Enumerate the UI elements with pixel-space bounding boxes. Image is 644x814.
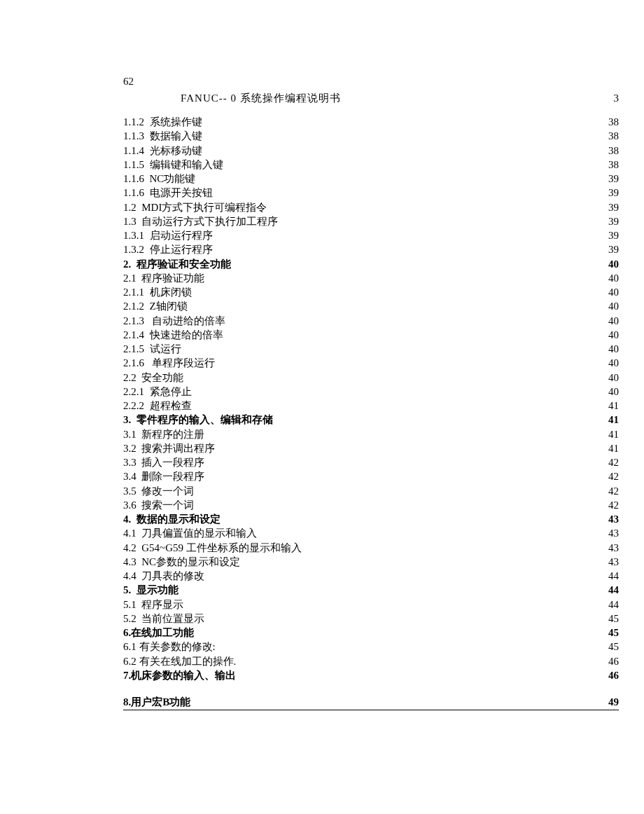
toc-entry: 3.5 修改一个词42 xyxy=(123,484,619,498)
toc-label: 4.4 刀具表的修改 xyxy=(123,569,204,583)
toc-entry: 3.4 删除一段程序42 xyxy=(123,469,619,483)
toc-page-number: 45 xyxy=(602,626,619,640)
toc-label: 2.1.6 单程序段运行 xyxy=(123,356,215,370)
toc-label: 4.3 NC参数的显示和设定 xyxy=(123,555,240,569)
toc-page-number: 43 xyxy=(602,512,619,526)
toc-page-number: 46 xyxy=(602,654,619,668)
toc-entry: 4. 数据的显示和设定43 xyxy=(123,512,619,526)
toc-label: 6.在线加工功能 xyxy=(123,626,194,640)
toc-label: 3.1 新程序的注册 xyxy=(123,427,204,441)
toc-entry: 2.1.2 Z轴闭锁40 xyxy=(123,299,619,313)
toc-label: 1.1.6 NC功能键 xyxy=(123,172,195,186)
toc-label: 2.1.2 Z轴闭锁 xyxy=(123,299,188,313)
toc-page-number: 39 xyxy=(602,214,619,228)
toc-page-number: 40 xyxy=(602,342,619,356)
toc-label: 1.1.2 系统操作键 xyxy=(123,115,202,129)
toc-entry: 2.1.6 单程序段运行40 xyxy=(123,356,619,370)
toc-page-number: 39 xyxy=(602,228,619,242)
toc-page-number: 38 xyxy=(602,115,619,129)
toc-entry: 5. 显示功能44 xyxy=(123,583,619,597)
spacer xyxy=(123,682,619,695)
document-page: 62 FANUC-- 0 系统操作编程说明书 3 1.1.2 系统操作键381.… xyxy=(0,0,644,710)
toc-entry: 3.1 新程序的注册41 xyxy=(123,427,619,441)
toc-page-number: 43 xyxy=(602,526,619,540)
toc-page-number: 39 xyxy=(602,186,619,200)
toc-entry: 1.1.4 光标移动键38 xyxy=(123,144,619,158)
toc-label: 1.3.2 停止运行程序 xyxy=(123,242,213,256)
toc-entry: 6.2 有关在线加工的操作.46 xyxy=(123,654,619,668)
toc-entry: 4.2 G54~G59 工件坐标系的显示和输入43 xyxy=(123,541,619,555)
toc-label: 3.2 搜索并调出程序 xyxy=(123,441,215,455)
toc-label: 2.1.4 快速进给的倍率 xyxy=(123,328,223,342)
toc-label: 2.2 安全功能 xyxy=(123,371,183,385)
toc-page-number: 43 xyxy=(602,541,619,555)
toc-label: 5. 显示功能 xyxy=(123,583,178,597)
toc-label: 2.2.2 超程检查 xyxy=(123,399,192,413)
toc-label: 8.用户宏B功能 xyxy=(123,695,190,709)
toc-entry: 1.1.6 电源开关按钮39 xyxy=(123,186,619,200)
toc-entry: 5.1 程序显示44 xyxy=(123,598,619,612)
toc-page-number: 45 xyxy=(602,612,619,626)
toc-page-number: 44 xyxy=(602,569,619,583)
toc-page-number: 42 xyxy=(602,455,619,469)
toc-page-number: 40 xyxy=(602,271,619,285)
toc-page-number: 40 xyxy=(602,385,619,399)
toc-entry: 2.2.2 超程检查41 xyxy=(123,399,619,413)
toc-label: 1.1.3 数据输入键 xyxy=(123,129,202,143)
toc-entry: 2.2 安全功能40 xyxy=(123,371,619,385)
toc-label: 3.4 删除一段程序 xyxy=(123,469,204,483)
toc-entry: 3. 零件程序的输入、编辑和存储41 xyxy=(123,413,619,427)
toc-page-number: 41 xyxy=(602,413,619,427)
toc-label: 4.1 刀具偏置值的显示和输入 xyxy=(123,526,257,540)
toc-page-number: 40 xyxy=(602,285,619,299)
toc-entry: 3.2 搜索并调出程序41 xyxy=(123,441,619,455)
toc-label: 2. 程序验证和安全功能 xyxy=(123,257,231,271)
toc-label: 5.1 程序显示 xyxy=(123,598,183,612)
toc-entry: 1.1.6 NC功能键39 xyxy=(123,172,619,186)
toc-page-number: 38 xyxy=(602,144,619,158)
toc-entry: 2.1.4 快速进给的倍率40 xyxy=(123,328,619,342)
toc-label: 6.2 有关在线加工的操作. xyxy=(123,654,236,668)
toc-label: 3.6 搜索一个词 xyxy=(123,498,194,512)
toc-page-number: 40 xyxy=(602,356,619,370)
toc-page-number: 41 xyxy=(602,427,619,441)
toc-label: 2.1 程序验证功能 xyxy=(123,271,204,285)
toc-page-number: 42 xyxy=(602,498,619,512)
toc-page-number: 42 xyxy=(602,484,619,498)
toc-label: 2.1.3 自动进给的倍率 xyxy=(123,314,225,328)
toc-page-number: 38 xyxy=(602,129,619,143)
toc-page-number: 46 xyxy=(602,668,619,682)
toc-page-number: 40 xyxy=(602,299,619,313)
toc-entry: 4.3 NC参数的显示和设定43 xyxy=(123,555,619,569)
toc-entry: 2.1.5 试运行40 xyxy=(123,342,619,356)
toc-page-number: 45 xyxy=(602,640,619,654)
page-number-top: 62 xyxy=(123,76,619,88)
toc-page-number: 39 xyxy=(602,242,619,256)
toc-entry: 1.3 自动运行方式下执行加工程序39 xyxy=(123,214,619,228)
toc-entry: 6.1 有关参数的修改:45 xyxy=(123,640,619,654)
toc-label: 3.5 修改一个词 xyxy=(123,484,194,498)
toc-page-number: 39 xyxy=(602,172,619,186)
toc-page-number: 40 xyxy=(602,328,619,342)
toc-page-number: 44 xyxy=(602,598,619,612)
toc-label: 1.3.1 启动运行程序 xyxy=(123,228,213,242)
toc-label: 6.1 有关参数的修改: xyxy=(123,640,216,654)
toc-label: 4.2 G54~G59 工件坐标系的显示和输入 xyxy=(123,541,302,555)
toc-entry: 6.在线加工功能45 xyxy=(123,626,619,640)
toc-label: 4. 数据的显示和设定 xyxy=(123,512,220,526)
toc-entry: 2.1 程序验证功能40 xyxy=(123,271,619,285)
toc-label: 1.3 自动运行方式下执行加工程序 xyxy=(123,214,278,228)
toc-label: 3. 零件程序的输入、编辑和存储 xyxy=(123,413,273,427)
toc-page-number: 42 xyxy=(602,469,619,483)
toc-page-number: 43 xyxy=(602,555,619,569)
toc-label: 5.2 当前位置显示 xyxy=(123,612,204,626)
toc-entry: 2. 程序验证和安全功能40 xyxy=(123,257,619,271)
toc-page-number: 38 xyxy=(602,158,619,172)
toc-page-number: 49 xyxy=(602,695,619,709)
toc-label: 2.1.5 试运行 xyxy=(123,342,181,356)
toc-page-number: 40 xyxy=(602,257,619,271)
toc-label: 3.3 插入一段程序 xyxy=(123,455,204,469)
toc-entry: 2.2.1 紧急停止40 xyxy=(123,385,619,399)
toc-label: 1.1.4 光标移动键 xyxy=(123,144,202,158)
toc-page-number: 40 xyxy=(602,314,619,328)
